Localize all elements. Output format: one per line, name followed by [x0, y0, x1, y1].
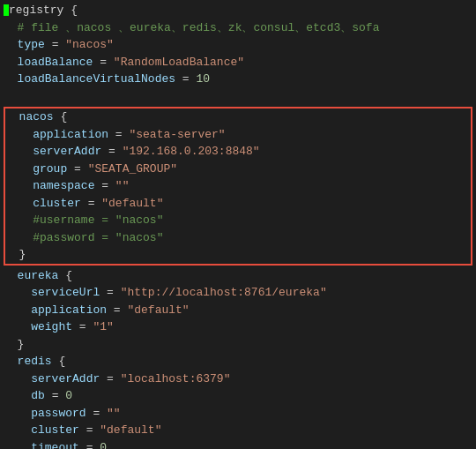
eureka-open: eureka { [4, 267, 472, 285]
nacos-password-comment: #password = "nacos" [5, 229, 471, 247]
line-3: type = "nacos" [4, 36, 472, 54]
nacos-open: nacos { [5, 109, 471, 126]
nacos-group: group = "SEATA_GROUP" [5, 161, 471, 178]
nacos-close: } [5, 246, 471, 264]
nacos-cluster: cluster = "default" [5, 195, 471, 213]
line-5: loadBalanceVirtualNodes = 10 [4, 71, 472, 88]
nacos-highlighted-block: nacos { application = "seata-server" ser… [4, 107, 472, 266]
redis-cluster: cluster = "default" [4, 422, 472, 439]
nacos-username-comment: #username = "nacos" [5, 212, 471, 229]
redis-timeout: timeout = 0 [4, 439, 472, 450]
nacos-application: application = "seata-server" [5, 126, 471, 144]
line-4: loadBalance = "RandomLoadBalance" [4, 54, 472, 71]
line-6 [4, 88, 472, 106]
nacos-serveraddr: serverAddr = "192.168.0.203:8848" [5, 143, 471, 161]
eureka-weight: weight = "1" [4, 318, 472, 336]
code-editor: registry { # file 、nacos 、eureka、redis、z… [0, 0, 476, 449]
line-2: # file 、nacos 、eureka、redis、zk、consul、et… [4, 19, 472, 37]
nacos-namespace: namespace = "" [5, 177, 471, 195]
line-1: registry { [4, 2, 472, 19]
redis-password: password = "" [4, 405, 472, 423]
eureka-close: } [4, 336, 472, 354]
eureka-serviceurl: serviceUrl = "http://localhost:8761/eure… [4, 284, 472, 302]
eureka-application: application = "default" [4, 302, 472, 319]
redis-open: redis { [4, 353, 472, 370]
redis-db: db = 0 [4, 387, 472, 405]
redis-serveraddr: serverAddr = "localhost:6379" [4, 370, 472, 388]
